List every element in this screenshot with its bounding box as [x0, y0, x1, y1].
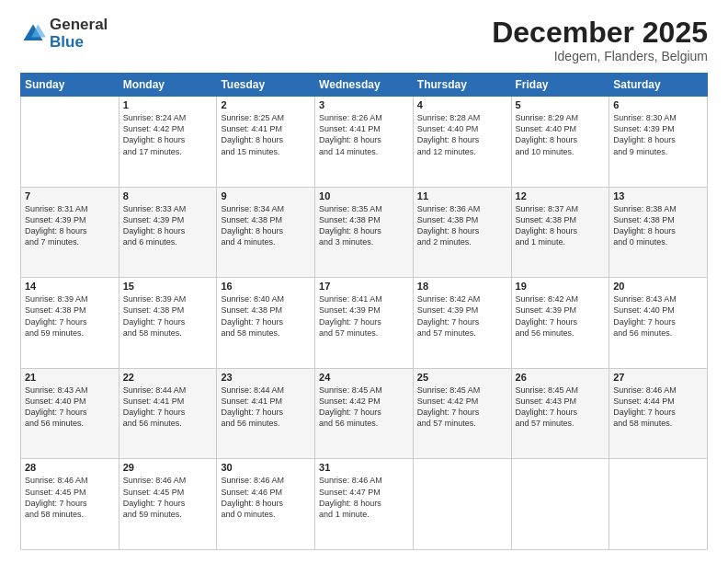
day-number: 13	[613, 190, 703, 201]
calendar-week-4: 21Sunrise: 8:43 AM Sunset: 4:40 PM Dayli…	[21, 368, 708, 459]
calendar-cell: 2Sunrise: 8:25 AM Sunset: 4:41 PM Daylig…	[217, 97, 315, 188]
day-number: 14	[25, 281, 115, 292]
calendar-cell: 18Sunrise: 8:42 AM Sunset: 4:39 PM Dayli…	[413, 278, 511, 369]
day-number: 19	[516, 281, 606, 292]
col-tuesday: Tuesday	[217, 74, 315, 97]
day-info: Sunrise: 8:39 AM Sunset: 4:38 PM Dayligh…	[123, 293, 213, 339]
day-info: Sunrise: 8:46 AM Sunset: 4:45 PM Dayligh…	[25, 475, 115, 520]
day-number: 23	[221, 372, 311, 383]
day-number: 3	[319, 99, 409, 110]
day-info: Sunrise: 8:35 AM Sunset: 4:38 PM Dayligh…	[319, 203, 409, 248]
logo: General Blue	[20, 17, 108, 51]
calendar-cell: 16Sunrise: 8:40 AM Sunset: 4:38 PM Dayli…	[217, 278, 315, 369]
day-info: Sunrise: 8:40 AM Sunset: 4:38 PM Dayligh…	[221, 293, 311, 339]
day-info: Sunrise: 8:46 AM Sunset: 4:45 PM Dayligh…	[123, 475, 213, 520]
day-info: Sunrise: 8:30 AM Sunset: 4:39 PM Dayligh…	[613, 112, 703, 157]
day-number: 22	[123, 372, 213, 383]
day-number: 2	[221, 99, 311, 110]
day-number: 7	[25, 190, 115, 201]
day-number: 26	[516, 372, 606, 383]
day-number: 27	[613, 372, 703, 383]
calendar-cell: 17Sunrise: 8:41 AM Sunset: 4:39 PM Dayli…	[315, 278, 414, 369]
col-saturday: Saturday	[609, 74, 708, 97]
day-info: Sunrise: 8:31 AM Sunset: 4:39 PM Dayligh…	[25, 203, 115, 248]
day-number: 29	[123, 462, 213, 473]
col-monday: Monday	[119, 74, 217, 97]
day-info: Sunrise: 8:45 AM Sunset: 4:42 PM Dayligh…	[417, 385, 507, 430]
day-info: Sunrise: 8:45 AM Sunset: 4:42 PM Dayligh…	[319, 385, 409, 430]
day-info: Sunrise: 8:42 AM Sunset: 4:39 PM Dayligh…	[516, 293, 606, 339]
calendar-table: Sunday Monday Tuesday Wednesday Thursday…	[20, 73, 708, 550]
day-number: 1	[123, 99, 213, 110]
calendar-week-1: 1Sunrise: 8:24 AM Sunset: 4:42 PM Daylig…	[21, 97, 708, 188]
calendar-cell: 27Sunrise: 8:46 AM Sunset: 4:44 PM Dayli…	[609, 368, 708, 459]
calendar-cell: 13Sunrise: 8:38 AM Sunset: 4:38 PM Dayli…	[609, 187, 708, 278]
calendar-cell: 7Sunrise: 8:31 AM Sunset: 4:39 PM Daylig…	[21, 187, 119, 278]
day-number: 30	[221, 462, 311, 473]
calendar-cell: 20Sunrise: 8:43 AM Sunset: 4:40 PM Dayli…	[609, 278, 708, 369]
day-info: Sunrise: 8:33 AM Sunset: 4:39 PM Dayligh…	[123, 203, 213, 248]
calendar-cell: 31Sunrise: 8:46 AM Sunset: 4:47 PM Dayli…	[315, 459, 414, 550]
day-number: 6	[613, 99, 703, 110]
calendar-cell: 21Sunrise: 8:43 AM Sunset: 4:40 PM Dayli…	[21, 368, 119, 459]
calendar-cell: 28Sunrise: 8:46 AM Sunset: 4:45 PM Dayli…	[21, 459, 119, 550]
col-wednesday: Wednesday	[315, 74, 414, 97]
calendar-week-2: 7Sunrise: 8:31 AM Sunset: 4:39 PM Daylig…	[21, 187, 708, 278]
calendar-cell: 30Sunrise: 8:46 AM Sunset: 4:46 PM Dayli…	[217, 459, 315, 550]
calendar-cell: 8Sunrise: 8:33 AM Sunset: 4:39 PM Daylig…	[119, 187, 217, 278]
logo-general-text: General	[50, 17, 108, 34]
calendar-cell: 23Sunrise: 8:44 AM Sunset: 4:41 PM Dayli…	[217, 368, 315, 459]
logo-blue-text: Blue	[50, 34, 108, 52]
day-info: Sunrise: 8:34 AM Sunset: 4:38 PM Dayligh…	[221, 203, 311, 248]
location-subtitle: Idegem, Flanders, Belgium	[492, 49, 708, 63]
calendar-week-5: 28Sunrise: 8:46 AM Sunset: 4:45 PM Dayli…	[21, 459, 708, 550]
day-number: 17	[319, 281, 409, 292]
day-info: Sunrise: 8:37 AM Sunset: 4:38 PM Dayligh…	[516, 203, 606, 248]
day-info: Sunrise: 8:41 AM Sunset: 4:39 PM Dayligh…	[319, 293, 409, 339]
calendar-cell: 4Sunrise: 8:28 AM Sunset: 4:40 PM Daylig…	[413, 97, 511, 188]
calendar-cell: 29Sunrise: 8:46 AM Sunset: 4:45 PM Dayli…	[119, 459, 217, 550]
calendar-cell: 15Sunrise: 8:39 AM Sunset: 4:38 PM Dayli…	[119, 278, 217, 369]
calendar-week-3: 14Sunrise: 8:39 AM Sunset: 4:38 PM Dayli…	[21, 278, 708, 369]
calendar-cell	[609, 459, 708, 550]
day-info: Sunrise: 8:45 AM Sunset: 4:43 PM Dayligh…	[516, 385, 606, 430]
day-number: 28	[25, 462, 115, 473]
day-number: 25	[417, 372, 507, 383]
logo-icon	[20, 21, 46, 47]
calendar-cell	[511, 459, 609, 550]
day-info: Sunrise: 8:44 AM Sunset: 4:41 PM Dayligh…	[123, 385, 213, 430]
calendar-cell: 25Sunrise: 8:45 AM Sunset: 4:42 PM Dayli…	[413, 368, 511, 459]
day-number: 12	[516, 190, 606, 201]
calendar-cell: 11Sunrise: 8:36 AM Sunset: 4:38 PM Dayli…	[413, 187, 511, 278]
day-info: Sunrise: 8:46 AM Sunset: 4:47 PM Dayligh…	[319, 475, 409, 520]
calendar-cell: 14Sunrise: 8:39 AM Sunset: 4:38 PM Dayli…	[21, 278, 119, 369]
day-number: 4	[417, 99, 507, 110]
calendar-cell	[413, 459, 511, 550]
calendar-cell: 10Sunrise: 8:35 AM Sunset: 4:38 PM Dayli…	[315, 187, 414, 278]
day-number: 21	[25, 372, 115, 383]
day-info: Sunrise: 8:24 AM Sunset: 4:42 PM Dayligh…	[123, 112, 213, 157]
day-info: Sunrise: 8:42 AM Sunset: 4:39 PM Dayligh…	[417, 293, 507, 339]
calendar-cell: 1Sunrise: 8:24 AM Sunset: 4:42 PM Daylig…	[119, 97, 217, 188]
day-info: Sunrise: 8:43 AM Sunset: 4:40 PM Dayligh…	[25, 385, 115, 430]
col-friday: Friday	[511, 74, 609, 97]
calendar-cell	[21, 97, 119, 188]
day-number: 9	[221, 190, 311, 201]
col-sunday: Sunday	[21, 74, 119, 97]
day-info: Sunrise: 8:46 AM Sunset: 4:46 PM Dayligh…	[221, 475, 311, 520]
calendar-cell: 26Sunrise: 8:45 AM Sunset: 4:43 PM Dayli…	[511, 368, 609, 459]
day-info: Sunrise: 8:38 AM Sunset: 4:38 PM Dayligh…	[613, 203, 703, 248]
calendar-cell: 19Sunrise: 8:42 AM Sunset: 4:39 PM Dayli…	[511, 278, 609, 369]
day-info: Sunrise: 8:43 AM Sunset: 4:40 PM Dayligh…	[613, 293, 703, 339]
day-number: 11	[417, 190, 507, 201]
day-number: 10	[319, 190, 409, 201]
day-number: 18	[417, 281, 507, 292]
day-info: Sunrise: 8:25 AM Sunset: 4:41 PM Dayligh…	[221, 112, 311, 157]
day-info: Sunrise: 8:36 AM Sunset: 4:38 PM Dayligh…	[417, 203, 507, 248]
calendar-cell: 12Sunrise: 8:37 AM Sunset: 4:38 PM Dayli…	[511, 187, 609, 278]
calendar-cell: 6Sunrise: 8:30 AM Sunset: 4:39 PM Daylig…	[609, 97, 708, 188]
title-area: December 2025 Idegem, Flanders, Belgium	[492, 17, 708, 63]
day-number: 5	[516, 99, 606, 110]
day-info: Sunrise: 8:28 AM Sunset: 4:40 PM Dayligh…	[417, 112, 507, 157]
calendar-cell: 5Sunrise: 8:29 AM Sunset: 4:40 PM Daylig…	[511, 97, 609, 188]
